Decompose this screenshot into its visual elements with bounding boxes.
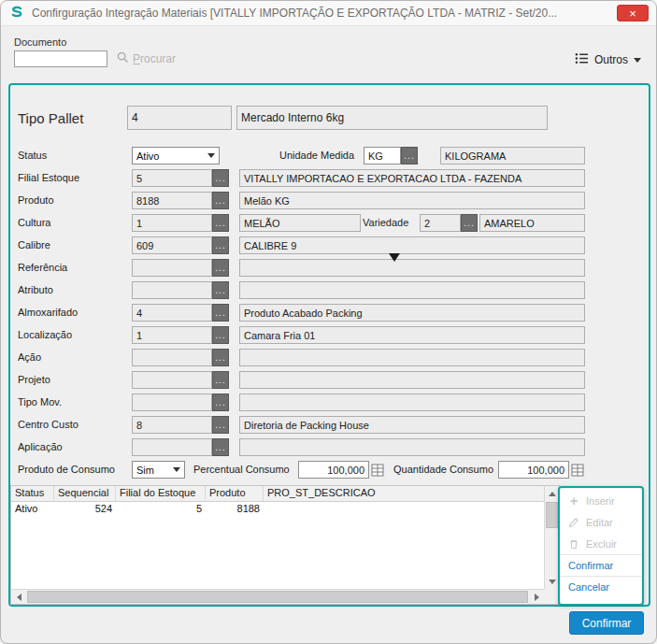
cultura-code-field[interactable]: 1 bbox=[132, 214, 212, 232]
centro-custo-lookup-button[interactable]: ... bbox=[212, 416, 229, 434]
unidade-medida-code-field[interactable]: KG bbox=[364, 147, 401, 165]
status-select[interactable]: Ativo bbox=[132, 147, 220, 165]
pencil-icon bbox=[568, 517, 579, 528]
column-header-status: Status bbox=[11, 486, 54, 501]
acao-lookup-button[interactable]: ... bbox=[212, 349, 229, 366]
almoxarifado-lookup-button[interactable]: ... bbox=[212, 304, 229, 322]
row-centro-custo: Centro Custo 8 ... Diretoria de Packing … bbox=[10, 416, 649, 435]
variedade-lookup-button[interactable]: ... bbox=[461, 214, 478, 232]
atributo-label: Atributo bbox=[18, 284, 53, 295]
aplicacao-lookup-button[interactable]: ... bbox=[212, 438, 229, 456]
cell-status: Ativo bbox=[11, 502, 54, 517]
calibre-lookup-button[interactable]: ... bbox=[212, 236, 229, 254]
quantidade-consumo-label: Quantidade Consumo bbox=[393, 464, 493, 475]
unidade-medida-lookup-button[interactable]: ... bbox=[401, 147, 418, 165]
column-header-filial: Filial do Estoque bbox=[116, 486, 206, 501]
row-atributo: Atributo ... bbox=[10, 281, 649, 300]
filial-estoque-code-field[interactable]: 5 bbox=[132, 169, 212, 187]
produto-code-field[interactable]: 8188 bbox=[132, 192, 212, 209]
cancelar-link-label: Cancelar bbox=[568, 581, 609, 593]
aplicacao-code-field[interactable] bbox=[132, 438, 212, 456]
tipo-pallet-code-field[interactable]: 4 bbox=[127, 106, 232, 130]
referencia-lookup-button[interactable]: ... bbox=[212, 259, 229, 277]
close-button[interactable]: × bbox=[617, 5, 649, 21]
inserir-button[interactable]: + Inserir bbox=[560, 490, 642, 511]
aplicacao-label: Aplicação bbox=[18, 441, 63, 452]
trash-icon bbox=[568, 538, 579, 550]
scroll-left-button[interactable] bbox=[11, 590, 26, 605]
almoxarifado-label: Almoxarifado bbox=[18, 307, 78, 318]
localizacao-code-field[interactable]: 1 bbox=[132, 326, 212, 344]
projeto-lookup-button[interactable]: ... bbox=[212, 371, 229, 389]
documento-label: Documento bbox=[14, 36, 66, 48]
projeto-code-field[interactable] bbox=[132, 371, 212, 389]
projeto-desc-field bbox=[239, 371, 585, 389]
table-row[interactable]: Ativo 524 5 8188 bbox=[11, 502, 544, 517]
grid-zoom-icon[interactable] bbox=[571, 464, 584, 477]
produto-consumo-select[interactable]: Sim bbox=[132, 461, 185, 479]
localizacao-lookup-button[interactable]: ... bbox=[212, 326, 229, 344]
confirmar-button-label: Confirmar bbox=[582, 617, 632, 630]
row-cultura: Cultura 1 ... MELÃO Variedade 2 ... AMAR… bbox=[10, 214, 649, 233]
triangle-up-icon bbox=[549, 492, 556, 496]
outros-label: Outros bbox=[594, 53, 628, 66]
title-bar[interactable]: Confirguração Integração Materiais [VITA… bbox=[1, 1, 656, 26]
triangle-right-icon bbox=[535, 594, 539, 601]
vertical-scroll-thumb[interactable] bbox=[546, 502, 558, 528]
excluir-label: Excluir bbox=[586, 538, 617, 550]
plus-icon: + bbox=[568, 495, 579, 507]
atributo-lookup-button[interactable]: ... bbox=[212, 281, 229, 299]
scrollbar-corner bbox=[544, 589, 559, 604]
documento-input[interactable] bbox=[14, 50, 107, 67]
status-value: Ativo bbox=[136, 150, 159, 162]
inserir-label: Inserir bbox=[586, 495, 615, 507]
produto-desc-field: Melão KG bbox=[239, 192, 585, 209]
grid-zoom-icon[interactable] bbox=[371, 464, 384, 477]
confirmar-link[interactable]: Confirmar bbox=[560, 554, 642, 576]
calibre-code-field[interactable]: 609 bbox=[132, 236, 212, 254]
column-header-produto: Produto bbox=[206, 486, 264, 501]
tipo-mov-label: Tipo Mov. bbox=[18, 396, 62, 408]
cultura-lookup-button[interactable]: ... bbox=[212, 214, 229, 232]
referencia-code-field[interactable] bbox=[132, 259, 212, 277]
almoxarifado-code-field[interactable]: 4 bbox=[132, 304, 212, 322]
excluir-button[interactable]: Excluir bbox=[560, 533, 642, 554]
variedade-code-field[interactable]: 2 bbox=[420, 214, 461, 232]
grid-header: Status Sequencial Filial do Estoque Prod… bbox=[11, 486, 544, 502]
chevron-down-icon bbox=[207, 153, 215, 158]
produto-lookup-button[interactable]: ... bbox=[212, 192, 229, 209]
confirmar-button[interactable]: Confirmar bbox=[569, 611, 644, 635]
cancelar-link[interactable]: Cancelar bbox=[560, 576, 642, 597]
outros-button[interactable]: Outros bbox=[571, 50, 645, 70]
horizontal-scroll-thumb[interactable] bbox=[27, 591, 528, 603]
filial-estoque-lookup-button[interactable]: ... bbox=[212, 169, 229, 187]
atributo-desc-field bbox=[239, 281, 585, 299]
scroll-right-button[interactable] bbox=[529, 590, 544, 605]
window-title: Confirguração Integração Materiais [VITA… bbox=[32, 7, 617, 20]
variedade-label: Variedade bbox=[363, 217, 408, 228]
row-referencia: Referência ... bbox=[10, 259, 649, 278]
tipo-mov-lookup-button[interactable]: ... bbox=[212, 394, 229, 411]
procurar-button[interactable]: Procurar bbox=[117, 51, 176, 66]
produto-consumo-label: Produto de Consumo bbox=[18, 464, 115, 475]
acao-code-field[interactable] bbox=[132, 349, 212, 366]
cultura-label: Cultura bbox=[18, 217, 50, 228]
list-icon bbox=[575, 52, 589, 67]
atributo-code-field[interactable] bbox=[132, 281, 212, 299]
calibre-label: Calibre bbox=[18, 239, 50, 250]
editar-button[interactable]: Editar bbox=[560, 511, 642, 533]
produto-consumo-value: Sim bbox=[136, 465, 154, 476]
status-label: Status bbox=[18, 150, 47, 161]
referencia-desc-field bbox=[239, 259, 585, 277]
triangle-left-icon bbox=[17, 594, 21, 601]
row-status: Status Ativo Unidade Medida KG ... KILOG… bbox=[10, 147, 649, 165]
percentual-consumo-input[interactable]: 100,000 bbox=[298, 461, 369, 479]
percentual-consumo-label: Percentual Consumo bbox=[193, 464, 290, 475]
projeto-label: Projeto bbox=[18, 374, 50, 385]
produto-label: Produto bbox=[18, 194, 54, 206]
toolbar: Documento Procurar Outros bbox=[14, 36, 645, 78]
aplicacao-desc-field bbox=[239, 438, 585, 456]
tipo-mov-code-field[interactable] bbox=[132, 394, 212, 411]
quantidade-consumo-input[interactable]: 100,000 bbox=[498, 461, 569, 479]
centro-custo-code-field[interactable]: 8 bbox=[132, 416, 212, 434]
